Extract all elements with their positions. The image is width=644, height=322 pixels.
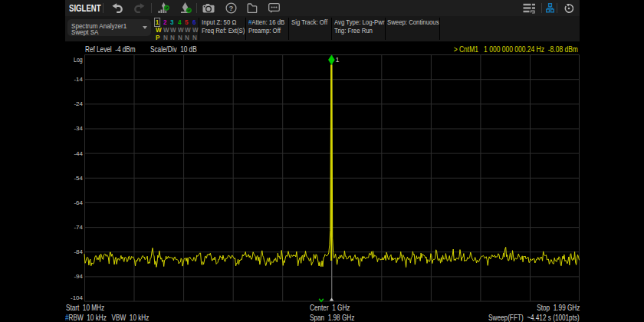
svg-text:1: 1 — [336, 56, 340, 64]
